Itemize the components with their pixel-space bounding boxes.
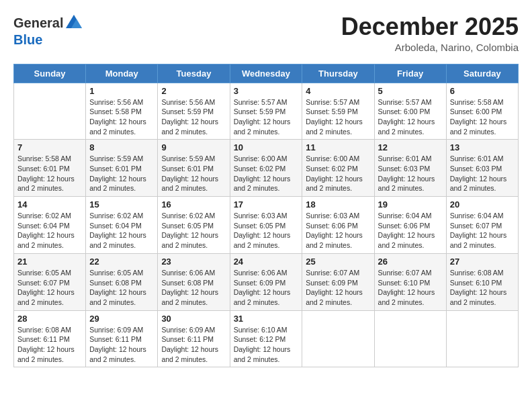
day-info: Sunrise: 6:02 AM Sunset: 6:04 PM Dayligh… bbox=[89, 211, 154, 250]
day-info: Sunrise: 6:10 AM Sunset: 6:12 PM Dayligh… bbox=[234, 325, 299, 365]
calendar-header-sunday: Sunday bbox=[14, 64, 86, 83]
day-info: Sunrise: 6:07 AM Sunset: 6:10 PM Dayligh… bbox=[378, 268, 443, 308]
calendar-cell: 25Sunrise: 6:07 AM Sunset: 6:09 PM Dayli… bbox=[302, 253, 374, 310]
calendar-cell: 29Sunrise: 6:09 AM Sunset: 6:11 PM Dayli… bbox=[86, 310, 158, 367]
day-info: Sunrise: 6:01 AM Sunset: 6:03 PM Dayligh… bbox=[450, 154, 515, 193]
calendar-week-3: 14Sunrise: 6:02 AM Sunset: 6:04 PM Dayli… bbox=[14, 197, 519, 254]
day-number: 8 bbox=[89, 142, 154, 152]
calendar-cell: 6Sunrise: 5:58 AM Sunset: 6:00 PM Daylig… bbox=[446, 83, 518, 140]
day-info: Sunrise: 6:09 AM Sunset: 6:11 PM Dayligh… bbox=[161, 325, 226, 365]
day-info: Sunrise: 5:58 AM Sunset: 6:00 PM Dayligh… bbox=[450, 97, 515, 137]
calendar-cell: 19Sunrise: 6:04 AM Sunset: 6:06 PM Dayli… bbox=[374, 197, 446, 254]
day-info: Sunrise: 6:02 AM Sunset: 6:05 PM Dayligh… bbox=[161, 211, 226, 250]
day-info: Sunrise: 5:57 AM Sunset: 5:59 PM Dayligh… bbox=[306, 97, 370, 137]
calendar-table: SundayMondayTuesdayWednesdayThursdayFrid… bbox=[13, 64, 519, 368]
calendar-cell: 21Sunrise: 6:05 AM Sunset: 6:07 PM Dayli… bbox=[14, 253, 86, 310]
day-number: 3 bbox=[234, 86, 299, 96]
calendar-cell: 2Sunrise: 5:56 AM Sunset: 5:59 PM Daylig… bbox=[158, 83, 230, 140]
calendar-cell: 23Sunrise: 6:06 AM Sunset: 6:08 PM Dayli… bbox=[158, 253, 230, 310]
calendar-cell: 12Sunrise: 6:01 AM Sunset: 6:03 PM Dayli… bbox=[374, 140, 446, 197]
day-info: Sunrise: 6:03 AM Sunset: 6:06 PM Dayligh… bbox=[306, 211, 370, 250]
day-number: 31 bbox=[234, 314, 299, 324]
day-number: 18 bbox=[306, 199, 370, 210]
calendar-week-5: 28Sunrise: 6:08 AM Sunset: 6:11 PM Dayli… bbox=[14, 310, 519, 367]
day-info: Sunrise: 5:56 AM Sunset: 5:59 PM Dayligh… bbox=[161, 97, 226, 137]
day-number: 27 bbox=[450, 257, 515, 267]
calendar-cell: 30Sunrise: 6:09 AM Sunset: 6:11 PM Dayli… bbox=[158, 310, 230, 367]
calendar-cell: 28Sunrise: 6:08 AM Sunset: 6:11 PM Dayli… bbox=[14, 310, 86, 367]
day-number: 1 bbox=[89, 86, 154, 96]
calendar-cell: 24Sunrise: 6:06 AM Sunset: 6:09 PM Dayli… bbox=[230, 253, 302, 310]
day-info: Sunrise: 5:58 AM Sunset: 6:01 PM Dayligh… bbox=[17, 154, 82, 193]
calendar-cell: 5Sunrise: 5:57 AM Sunset: 6:00 PM Daylig… bbox=[374, 83, 446, 140]
day-number: 23 bbox=[161, 257, 226, 267]
calendar-cell: 1Sunrise: 5:56 AM Sunset: 5:58 PM Daylig… bbox=[86, 83, 158, 140]
calendar-cell bbox=[446, 310, 518, 367]
calendar-week-1: 1Sunrise: 5:56 AM Sunset: 5:58 PM Daylig… bbox=[14, 83, 519, 140]
calendar-cell: 31Sunrise: 6:10 AM Sunset: 6:12 PM Dayli… bbox=[230, 310, 302, 367]
day-info: Sunrise: 6:05 AM Sunset: 6:08 PM Dayligh… bbox=[89, 268, 154, 308]
calendar-cell: 8Sunrise: 5:59 AM Sunset: 6:01 PM Daylig… bbox=[86, 140, 158, 197]
calendar-cell: 13Sunrise: 6:01 AM Sunset: 6:03 PM Dayli… bbox=[446, 140, 518, 197]
day-info: Sunrise: 6:00 AM Sunset: 6:02 PM Dayligh… bbox=[306, 154, 370, 193]
day-number: 25 bbox=[306, 257, 370, 267]
day-number: 17 bbox=[234, 199, 299, 210]
calendar-cell: 16Sunrise: 6:02 AM Sunset: 6:05 PM Dayli… bbox=[158, 197, 230, 254]
day-number: 16 bbox=[161, 199, 226, 210]
day-info: Sunrise: 6:02 AM Sunset: 6:04 PM Dayligh… bbox=[17, 211, 82, 250]
calendar-cell bbox=[14, 83, 86, 140]
calendar-cell: 10Sunrise: 6:00 AM Sunset: 6:02 PM Dayli… bbox=[230, 140, 302, 197]
calendar-cell: 20Sunrise: 6:04 AM Sunset: 6:07 PM Dayli… bbox=[446, 197, 518, 254]
calendar-header-monday: Monday bbox=[86, 64, 158, 83]
day-info: Sunrise: 5:59 AM Sunset: 6:01 PM Dayligh… bbox=[89, 154, 154, 193]
day-number: 2 bbox=[161, 86, 226, 96]
day-number: 12 bbox=[378, 142, 443, 152]
day-number: 24 bbox=[234, 257, 299, 267]
day-info: Sunrise: 5:57 AM Sunset: 5:59 PM Dayligh… bbox=[234, 97, 299, 137]
day-info: Sunrise: 6:05 AM Sunset: 6:07 PM Dayligh… bbox=[17, 268, 82, 308]
day-info: Sunrise: 6:09 AM Sunset: 6:11 PM Dayligh… bbox=[89, 325, 154, 365]
day-number: 15 bbox=[89, 199, 154, 210]
day-info: Sunrise: 6:03 AM Sunset: 6:05 PM Dayligh… bbox=[234, 211, 299, 250]
logo-general-text: General bbox=[13, 15, 63, 31]
day-info: Sunrise: 6:06 AM Sunset: 6:08 PM Dayligh… bbox=[161, 268, 226, 308]
calendar-cell: 17Sunrise: 6:03 AM Sunset: 6:05 PM Dayli… bbox=[230, 197, 302, 254]
day-number: 26 bbox=[378, 257, 443, 267]
day-number: 29 bbox=[89, 314, 154, 324]
calendar-week-4: 21Sunrise: 6:05 AM Sunset: 6:07 PM Dayli… bbox=[14, 253, 519, 310]
logo-blue-text: Blue bbox=[13, 32, 83, 48]
logo: General Blue bbox=[13, 13, 83, 48]
day-info: Sunrise: 5:57 AM Sunset: 6:00 PM Dayligh… bbox=[378, 97, 443, 137]
calendar-cell: 7Sunrise: 5:58 AM Sunset: 6:01 PM Daylig… bbox=[14, 140, 86, 197]
day-number: 14 bbox=[17, 199, 82, 210]
calendar-week-2: 7Sunrise: 5:58 AM Sunset: 6:01 PM Daylig… bbox=[14, 140, 519, 197]
day-number: 20 bbox=[450, 199, 515, 210]
calendar-cell bbox=[302, 310, 374, 367]
calendar-cell bbox=[374, 310, 446, 367]
day-number: 30 bbox=[161, 314, 226, 324]
calendar-header-wednesday: Wednesday bbox=[230, 64, 302, 83]
calendar-cell: 3Sunrise: 5:57 AM Sunset: 5:59 PM Daylig… bbox=[230, 83, 302, 140]
day-info: Sunrise: 6:01 AM Sunset: 6:03 PM Dayligh… bbox=[378, 154, 443, 193]
day-info: Sunrise: 6:08 AM Sunset: 6:11 PM Dayligh… bbox=[17, 325, 82, 365]
day-info: Sunrise: 6:07 AM Sunset: 6:09 PM Dayligh… bbox=[306, 268, 370, 308]
page-header: General Blue December 2025 Arboleda, Nar… bbox=[13, 13, 519, 53]
day-info: Sunrise: 5:59 AM Sunset: 6:01 PM Dayligh… bbox=[161, 154, 226, 193]
calendar-header-saturday: Saturday bbox=[446, 64, 518, 83]
day-number: 10 bbox=[234, 142, 299, 152]
day-info: Sunrise: 6:08 AM Sunset: 6:10 PM Dayligh… bbox=[450, 268, 515, 308]
day-number: 4 bbox=[306, 86, 370, 96]
calendar-cell: 18Sunrise: 6:03 AM Sunset: 6:06 PM Dayli… bbox=[302, 197, 374, 254]
calendar-cell: 15Sunrise: 6:02 AM Sunset: 6:04 PM Dayli… bbox=[86, 197, 158, 254]
calendar-cell: 9Sunrise: 5:59 AM Sunset: 6:01 PM Daylig… bbox=[158, 140, 230, 197]
day-number: 7 bbox=[17, 142, 82, 152]
day-number: 22 bbox=[89, 257, 154, 267]
day-number: 21 bbox=[17, 257, 82, 267]
calendar-cell: 26Sunrise: 6:07 AM Sunset: 6:10 PM Dayli… bbox=[374, 253, 446, 310]
day-number: 19 bbox=[378, 199, 443, 210]
day-info: Sunrise: 5:56 AM Sunset: 5:58 PM Dayligh… bbox=[89, 97, 154, 137]
day-info: Sunrise: 6:00 AM Sunset: 6:02 PM Dayligh… bbox=[234, 154, 299, 193]
title-block: December 2025 Arboleda, Narino, Colombia bbox=[341, 13, 519, 53]
day-info: Sunrise: 6:06 AM Sunset: 6:09 PM Dayligh… bbox=[234, 268, 299, 308]
day-number: 11 bbox=[306, 142, 370, 152]
